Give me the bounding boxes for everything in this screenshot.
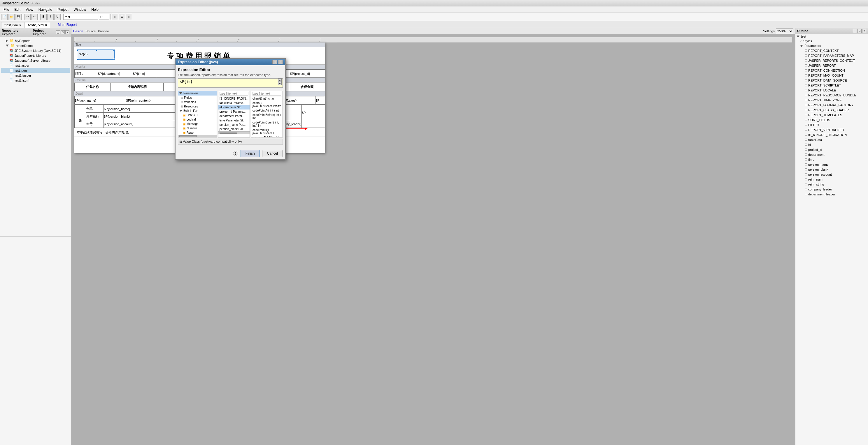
canvas-tab-design[interactable]: Design bbox=[73, 29, 83, 33]
toolbar-save[interactable]: 💾 bbox=[15, 14, 22, 20]
canvas-tab-source[interactable]: Source bbox=[86, 29, 96, 33]
menu-navigate[interactable]: Navigate bbox=[36, 7, 55, 12]
list-item-time[interactable]: time Parameter St... bbox=[218, 118, 250, 123]
outline-persion-name[interactable]: ⊡ persion_name bbox=[796, 162, 868, 167]
outline-report-templates[interactable]: ⊡ REPORT_TEMPLATES bbox=[796, 112, 868, 117]
outline-department-leader[interactable]: ⊡ department_leader bbox=[796, 192, 868, 197]
toolbar-underline[interactable]: U bbox=[54, 14, 61, 20]
outline-jasper-report[interactable]: ⊡ JASPER_REPORT bbox=[796, 63, 868, 68]
outline-persion-blank[interactable]: ⊡ persion_blank bbox=[796, 167, 868, 172]
tree-jre[interactable]: 📚 JRE System Library [JavaSE-11] bbox=[1, 48, 70, 53]
func-codepointat[interactable]: codePointAt( int ) int bbox=[251, 108, 282, 113]
tree-test-jrxml[interactable]: 📄 test.jrxml bbox=[1, 68, 70, 73]
expr-tree-scrollbar[interactable] bbox=[178, 135, 217, 137]
outline-report-format-factory[interactable]: ⊡ REPORT_FORMAT_FACTORY bbox=[796, 103, 868, 107]
tree-test2-jasper[interactable]: 📄 test2.jasper bbox=[1, 73, 70, 78]
outline-project-id[interactable]: ⊡ project_id bbox=[796, 147, 868, 152]
outline-test[interactable]: test bbox=[796, 34, 868, 39]
outline-report-virtualizer[interactable]: ⊡ REPORT_VIRTUALIZER bbox=[796, 127, 868, 132]
dialog-close-btn[interactable]: × bbox=[278, 60, 283, 64]
expr-scroll-down[interactable]: ▼ bbox=[278, 82, 282, 85]
tree-jaspersoft-server[interactable]: 📚 Jaspersoft Server Library bbox=[1, 58, 70, 63]
toolbar-align-left[interactable]: ≡ bbox=[112, 14, 118, 20]
outline-department[interactable]: ⊡ department bbox=[796, 152, 868, 157]
outline-maximize[interactable]: □ bbox=[858, 29, 862, 33]
dialog-maximize-btn[interactable]: □ bbox=[272, 60, 277, 64]
expr-tree-numeric[interactable]: ▣ Numeric bbox=[178, 126, 217, 131]
func-compareto-obj[interactable]: compareTo( Object ) int bbox=[251, 135, 282, 137]
outline-report-scriptlet[interactable]: ⊡ REPORT_SCRIPTLET bbox=[796, 83, 868, 88]
expr-list-scrollbar[interactable] bbox=[218, 131, 250, 134]
expr-tree-fields[interactable]: ⊞ Fields bbox=[178, 96, 217, 100]
toolbar-align-center[interactable]: ☰ bbox=[119, 14, 125, 20]
help-button[interactable]: ? bbox=[233, 151, 238, 156]
expression-editor-dialog[interactable]: Expression Editor (java) □ × Expression … bbox=[175, 58, 286, 160]
expr-tree-report[interactable]: ▣ Report bbox=[178, 131, 217, 135]
tree-test-jasper[interactable]: 📄 test.jasper bbox=[1, 63, 70, 68]
list-filter-input[interactable] bbox=[220, 92, 248, 96]
toolbar-align-right[interactable]: ≡ bbox=[126, 14, 132, 20]
font-size-input[interactable] bbox=[99, 14, 109, 20]
outline-time[interactable]: ⊡ time bbox=[796, 157, 868, 162]
expr-tree-variables[interactable]: ⊞ Variables bbox=[178, 100, 217, 104]
expr-tree-parameters[interactable]: Parameters bbox=[178, 91, 217, 96]
menu-project[interactable]: Project bbox=[55, 7, 70, 12]
outline-report-connection[interactable]: ⊡ REPORT_CONNECTION bbox=[796, 68, 868, 73]
menu-edit[interactable]: Edit bbox=[12, 7, 23, 12]
expr-input[interactable] bbox=[178, 78, 283, 88]
outline-report-max-count[interactable]: ⊡ REPORT_MAX_COUNT bbox=[796, 73, 868, 78]
func-codepoints[interactable]: codePoints() java.util.stream.I... bbox=[251, 128, 282, 135]
toolbar-undo[interactable]: ↩ bbox=[24, 14, 31, 20]
panel-minimize-btn[interactable]: _ bbox=[56, 30, 60, 34]
finish-button[interactable]: Finish bbox=[241, 150, 260, 157]
expr-scroll-up[interactable]: ▲ bbox=[278, 78, 282, 82]
menu-window[interactable]: Window bbox=[71, 7, 89, 12]
tab-test-jrxml[interactable]: *test.jrxml × bbox=[1, 22, 25, 28]
toolbar-italic[interactable]: I bbox=[47, 14, 54, 20]
outline-parameters[interactable]: Parameters bbox=[796, 43, 868, 48]
expr-tree-message[interactable]: ▣ Message bbox=[178, 122, 217, 126]
func-codepointbefore[interactable]: codePointBefore( int ) int bbox=[251, 113, 282, 120]
outline-report-context[interactable]: ⊡ REPORT_CONTEXT bbox=[796, 48, 868, 53]
outline-jasper-reports-context[interactable]: ⊡ JASPER_REPORTS_CONTEXT bbox=[796, 58, 868, 63]
panel-maximize-btn[interactable]: □ bbox=[61, 30, 65, 34]
tree-test2-jrxml[interactable]: 📄 test2.jrxml bbox=[1, 78, 70, 83]
outline-report-class-loader[interactable]: ⊡ REPORT_CLASS_LOADER bbox=[796, 107, 868, 112]
tree-myreports[interactable]: 📁 MyReports bbox=[1, 38, 70, 43]
list-item-project-id[interactable]: project_id Parame... bbox=[218, 109, 250, 114]
outline-reim-num[interactable]: ⊡ reim_num bbox=[796, 177, 868, 182]
outline-report-resource-bundle[interactable]: ⊡ REPORT_RESOURCE_BUNDLE bbox=[796, 93, 868, 98]
list-item-persion-name[interactable]: persion_name Par... bbox=[218, 123, 250, 127]
outline-report-data-source[interactable]: ⊡ REPORT_DATA_SOURCE bbox=[796, 78, 868, 83]
tree-reportdemo[interactable]: 📁 reportDemo bbox=[1, 43, 70, 48]
canvas-tab-preview[interactable]: Preview bbox=[98, 29, 109, 33]
menu-file[interactable]: File bbox=[1, 7, 11, 12]
outline-tabledata[interactable]: ⊡ tableData bbox=[796, 137, 868, 142]
expr-tree-datetime[interactable]: ▣ Date & T bbox=[178, 113, 217, 117]
font-name-input[interactable] bbox=[63, 14, 98, 20]
outline-close[interactable]: × bbox=[862, 29, 866, 33]
outline-id[interactable]: ⊡ id bbox=[796, 142, 868, 147]
func-codepointcount[interactable]: codePointCount( int, int ) int bbox=[251, 120, 282, 128]
outline-persion-account[interactable]: ⊡ persion_account bbox=[796, 172, 868, 177]
outline-report-time-zone[interactable]: ⊡ REPORT_TIME_ZONE bbox=[796, 98, 868, 103]
expr-tree-resources[interactable]: ⊞ Resources bbox=[178, 104, 217, 109]
outline-company-leader[interactable]: ⊡ company_leader bbox=[796, 187, 868, 192]
list-item-department[interactable]: department Parar... bbox=[218, 114, 250, 118]
outline-styles[interactable]: ✓ Styles bbox=[796, 39, 868, 43]
outline-report-locale[interactable]: ⊡ REPORT_LOCALE bbox=[796, 88, 868, 93]
cancel-button[interactable]: Cancel bbox=[262, 150, 283, 157]
tab-test2-jrxml[interactable]: test2.jrxml × bbox=[25, 22, 51, 28]
toolbar-redo[interactable]: ↪ bbox=[31, 14, 38, 20]
menu-view[interactable]: View bbox=[23, 7, 36, 12]
expr-tree-logical[interactable]: ▣ Logical bbox=[178, 117, 217, 122]
panel-close-btn[interactable]: × bbox=[65, 30, 69, 34]
outline-filter[interactable]: ⊡ FILTER bbox=[796, 122, 868, 127]
zoom-select[interactable]: 250% 100% 150% 200% bbox=[776, 28, 793, 34]
func-charat[interactable]: charAt( int ) char bbox=[251, 96, 282, 101]
list-item-id[interactable]: id Parameter Stri... bbox=[218, 105, 250, 109]
outline-is-ignore-pagination[interactable]: ⊡ IS_IGNORE_PAGINATION bbox=[796, 132, 868, 137]
list-item-tabledata[interactable]: tableData Parame... bbox=[218, 101, 250, 105]
toolbar-open[interactable]: 📂 bbox=[8, 14, 14, 20]
funcs-filter-input[interactable] bbox=[252, 92, 281, 96]
